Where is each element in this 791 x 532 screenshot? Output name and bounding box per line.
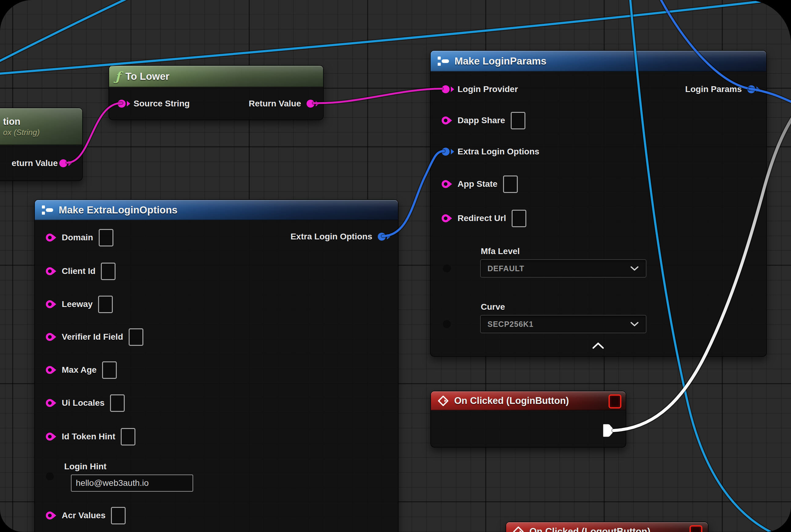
pin-row-login-provider: Login Provider	[442, 81, 518, 97]
pin-label: App State	[458, 179, 498, 189]
pin-label: Client Id	[62, 266, 95, 276]
chevron-down-icon	[630, 321, 639, 327]
input-pin-ui-locales[interactable]	[46, 399, 54, 407]
checkbox-verifier-id-field[interactable]	[129, 328, 143, 346]
node-title: On Clicked (LoginButton)	[454, 395, 569, 406]
node-title: Make LoginParams	[455, 55, 546, 67]
checkbox-domain[interactable]	[99, 229, 113, 246]
input-pin-mfa-level[interactable]	[443, 264, 451, 272]
node-make-extra-login-options-header[interactable]: Make ExtraLoginOptions	[35, 200, 398, 220]
input-pin-app-state[interactable]	[442, 180, 449, 188]
wire-cyan-diag-a[interactable]	[0, 0, 142, 65]
dropdown-value: SECP256K1	[487, 320, 534, 329]
wire-cyan-diag-a-halo	[0, 0, 142, 65]
checkbox-app-state[interactable]	[503, 175, 518, 193]
input-pin-redirect-url[interactable]	[442, 214, 449, 222]
pin-row-ui-locales: Ui Locales	[46, 395, 125, 411]
pin-row-id-token-hint: Id Token Hint	[46, 429, 135, 445]
pin-label: Return Value	[249, 99, 301, 109]
pin-label: Domain	[62, 233, 93, 243]
input-pin-dapp-share[interactable]	[442, 116, 449, 125]
pin-row-max-age: Max Age	[46, 362, 117, 378]
input-pin-id-token-hint[interactable]	[46, 433, 54, 441]
field-label-curve: Curve	[481, 302, 505, 312]
event-icon	[512, 526, 524, 532]
checkbox-redirect-url[interactable]	[512, 210, 526, 227]
pin-label: Verifier Id Field	[62, 332, 123, 342]
node-on-clicked-logoutbutton-header[interactable]: On Clicked (LogoutButton)	[506, 522, 708, 532]
chevron-down-icon	[630, 266, 639, 271]
make-struct-icon	[41, 204, 54, 216]
checkbox-max-age[interactable]	[102, 361, 117, 379]
node-make-login-params[interactable]: Make LoginParams Login Params Login Prov…	[430, 50, 767, 357]
checkbox-client-id[interactable]	[101, 263, 116, 280]
input-pin-curve[interactable]	[443, 320, 451, 328]
pin-label: Source String	[134, 99, 190, 109]
collapse-node-button[interactable]	[592, 342, 604, 349]
pin-label: eturn Value	[12, 158, 58, 168]
node-to-lower[interactable]: ƒ To Lower Source String Return Value	[109, 65, 324, 120]
pin-label: Extra Login Options	[458, 147, 539, 156]
input-pin-max-age[interactable]	[46, 366, 54, 374]
pin-label: Acr Values	[62, 511, 105, 520]
node-truncated-function[interactable]: tion ox (String) eturn Value	[0, 108, 83, 181]
checkbox-acr-values[interactable]	[111, 507, 126, 524]
make-struct-icon	[437, 55, 449, 67]
dropdown-mfa-level[interactable]: DEFAULT	[480, 259, 647, 278]
bound-event-badge	[690, 525, 702, 532]
node-subtitle: ox (String)	[3, 128, 40, 137]
text-input-login-hint[interactable]	[71, 475, 193, 492]
pin-label: Max Age	[62, 365, 97, 375]
pin-label: Login Provider	[458, 84, 518, 94]
pin-row-leeway: Leeway	[46, 296, 113, 312]
pin-label: Extra Login Options	[290, 232, 372, 242]
node-title: To Lower	[125, 71, 169, 82]
pin-row-client-id: Client Id	[46, 263, 116, 280]
pin-row-acr-values: Acr Values	[46, 507, 126, 524]
dropdown-value: DEFAULT	[487, 264, 524, 273]
input-pin-login-hint[interactable]	[46, 472, 54, 480]
node-on-clicked-logoutbutton[interactable]: On Clicked (LogoutButton)	[505, 521, 709, 532]
node-title: Make ExtraLoginOptions	[59, 204, 178, 216]
pin-label: Ui Locales	[62, 398, 104, 408]
node-on-clicked-loginbutton[interactable]: On Clicked (LoginButton)	[430, 391, 626, 448]
node-make-extra-login-options[interactable]: Make ExtraLoginOptions Extra Login Optio…	[34, 200, 399, 532]
checkbox-id-token-hint[interactable]	[121, 428, 135, 445]
bound-event-badge	[609, 394, 621, 408]
input-pin-client-id[interactable]	[46, 267, 54, 275]
node-to-lower-header[interactable]: ƒ To Lower	[109, 66, 323, 87]
node-title: tion	[3, 116, 20, 127]
input-pin-acr-values[interactable]	[46, 512, 54, 519]
node-on-clicked-loginbutton-header[interactable]: On Clicked (LoginButton)	[431, 391, 626, 410]
checkbox-leeway[interactable]	[98, 296, 113, 313]
pin-row-domain: Domain	[46, 229, 113, 246]
pin-row-verifier-id-field: Verifier Id Field	[46, 329, 143, 345]
pin-label: Login Params	[685, 84, 742, 94]
pin-row-extra-login-options-out: Extra Login Options	[288, 228, 386, 245]
node-title: On Clicked (LogoutButton)	[529, 526, 651, 532]
pin-label: Id Token Hint	[62, 432, 115, 441]
pin-row-source-string: Source String	[118, 95, 190, 112]
pin-row-extra-login-options: Extra Login Options	[442, 144, 539, 160]
event-icon	[437, 395, 449, 407]
node-truncated-function-header[interactable]: tion ox (String)	[0, 108, 82, 145]
input-pin-leeway[interactable]	[46, 300, 54, 308]
input-pin-domain[interactable]	[46, 233, 54, 242]
input-pin-verifier-id-field[interactable]	[46, 333, 54, 341]
field-label-mfa-level: Mfa Level	[481, 246, 520, 256]
pin-label: Leeway	[62, 299, 93, 309]
pin-row-dapp-share: Dapp Share	[442, 112, 525, 129]
checkbox-ui-locales[interactable]	[110, 394, 125, 412]
checkbox-dapp-share[interactable]	[511, 112, 525, 129]
function-icon: ƒ	[115, 70, 120, 82]
pin-row-app-state: App State	[442, 176, 518, 192]
field-label-login-hint: Login Hint	[64, 462, 107, 472]
pin-label: Redirect Url	[458, 213, 506, 223]
dropdown-curve[interactable]: SECP256K1	[480, 315, 647, 333]
pin-label: Dapp Share	[458, 116, 505, 125]
pin-row-return-value: Return Value	[246, 95, 314, 112]
pin-row-redirect-url: Redirect Url	[442, 210, 526, 227]
blueprint-graph-canvas[interactable]: tion ox (String) eturn Value ƒ To Lower …	[0, 0, 791, 532]
